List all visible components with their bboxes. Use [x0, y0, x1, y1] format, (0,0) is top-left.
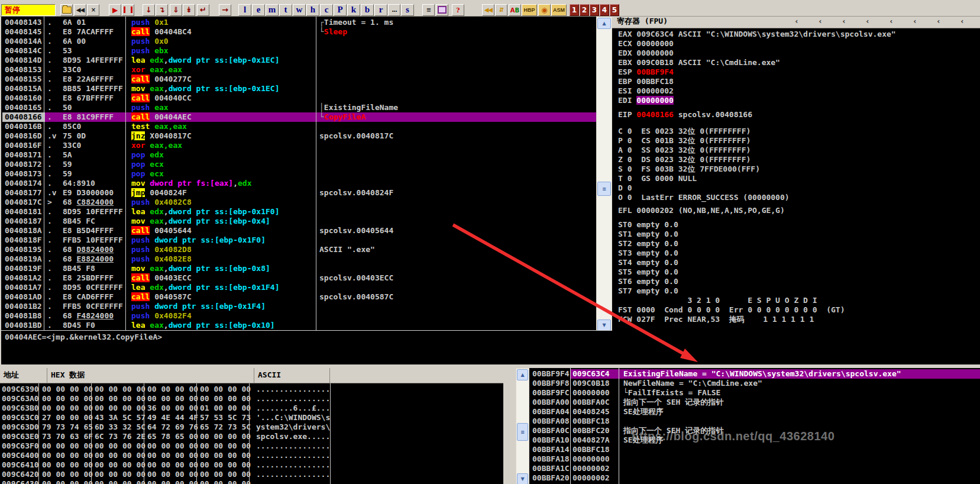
fpu-register-line[interactable]: ST2 empty 0.0: [618, 239, 678, 249]
desktop-2-button[interactable]: 2: [580, 4, 589, 16]
desktop-1-button[interactable]: 1: [570, 4, 579, 16]
animate-over-button[interactable]: ↡: [183, 4, 195, 16]
stack-row[interactable]: 00BBF9FC00000000└FailIfExists = FALSE: [529, 388, 980, 398]
chevron-left-icon[interactable]: ‹: [913, 17, 917, 26]
windows-button[interactable]: w: [293, 4, 306, 16]
execute-till-return-button[interactable]: ↵: [197, 4, 209, 16]
step-over-button[interactable]: ↴: [156, 4, 168, 16]
chevron-left-icon[interactable]: ‹: [960, 17, 965, 26]
flag-line[interactable]: A 0 SS 0023 32位 0(FFFFFFFF): [618, 146, 751, 155]
desktop-3-button[interactable]: 3: [590, 4, 599, 16]
disasm-row[interactable]: 004081A7.8D95 0CFEFFFFlea edx,dword ptr …: [2, 283, 596, 292]
disasm-row[interactable]: 0040816B.85C0test eax,eax: [2, 122, 596, 131]
scroll-thumb[interactable]: ≡: [597, 182, 611, 196]
flag-line[interactable]: P 0 CS 001B 32位 0(FFFFFFFF): [618, 136, 751, 146]
disasm-row[interactable]: 0040816D.v75 0Djnz X0040817Cspcolsv.0040…: [2, 131, 596, 141]
chevron-left-icon[interactable]: ‹: [794, 17, 799, 26]
fpu-register-line[interactable]: ST1 empty 0.0: [618, 230, 678, 239]
chevron-left-icon[interactable]: ‹: [818, 17, 823, 26]
fpu-register-line[interactable]: ST0 empty 0.0: [618, 220, 678, 230]
disasm-row[interactable]: 0040819F.8B45 F8mov eax,dword ptr ss:[eb…: [2, 264, 596, 273]
hexdump-row[interactable]: 009C642000 00 00 0000 00 00 0000 00 00 0…: [0, 470, 503, 479]
scroll-thumb[interactable]: ≡: [517, 423, 528, 441]
disasm-row[interactable]: 00408181.8D95 10FEFFFFlea edx,dword ptr …: [2, 207, 596, 217]
fpu-register-line[interactable]: ST4 empty 0.0: [618, 258, 678, 267]
highlight-ab-button[interactable]: AB: [509, 4, 521, 16]
stack-row[interactable]: 00BBFA0800BBFC18: [529, 417, 980, 426]
disasm-scrollbar[interactable]: ▲ ≡ ▼: [596, 17, 612, 330]
asm-button[interactable]: ASM: [551, 4, 567, 16]
hexdump-row[interactable]: 009C643000 00 00 0000 00 00 0000 00 00 0…: [0, 479, 503, 484]
scroll-down-button[interactable]: ▼: [517, 473, 528, 484]
disasm-row[interactable]: 0040814D.8D95 14FEFFFFlea edx,dword ptr …: [2, 56, 596, 65]
disasm-row[interactable]: 00408172.59pop ecx: [2, 160, 596, 169]
run-button[interactable]: ▶: [109, 4, 121, 16]
hexdump-row[interactable]: 009C63E073 70 63 6F6C 73 76 2E65 78 65 0…: [0, 432, 503, 441]
disasm-row[interactable]: 0040818F.FFB5 10FEFFFFpush dword ptr ss:…: [2, 235, 596, 245]
register-row[interactable]: ESI 00000002: [618, 86, 674, 96]
call-stack-button[interactable]: k: [347, 4, 360, 16]
disasm-row[interactable]: 00408173.59pop ecx: [2, 169, 596, 179]
hbp-button[interactable]: HBP: [522, 4, 537, 16]
pause-button[interactable]: [122, 4, 134, 16]
hexdump-row[interactable]: 009C63D079 73 74 656D 33 32 5C64 72 69 7…: [0, 422, 503, 432]
fpu-register-line[interactable]: ST6 empty 0.0: [618, 277, 678, 286]
disasm-row[interactable]: 00408145.E8 7ACAFFFFcall 00404BC4└Sleep: [2, 27, 596, 37]
handles-button[interactable]: h: [306, 4, 319, 16]
hex-column-header[interactable]: HEX 数据: [47, 368, 254, 383]
register-row[interactable]: EBP 00BBFC18: [618, 77, 674, 86]
disasm-row[interactable]: 00408165.50push eax│ExistingFileName: [2, 103, 596, 112]
open-file-button[interactable]: [60, 4, 73, 16]
source-button[interactable]: s: [401, 4, 414, 16]
registers-header[interactable]: 寄存器 (FPU) ‹‹‹‹‹‹‹‹: [612, 17, 980, 28]
chevron-left-icon[interactable]: ‹: [842, 17, 846, 26]
chevron-left-icon[interactable]: ‹: [936, 17, 941, 26]
fpu-bits-header[interactable]: 3 2 1 0 E S P U O Z D I: [618, 296, 817, 305]
register-row[interactable]: EDX 00000000: [618, 49, 674, 58]
fcw-line[interactable]: FCW 027F Prec NEAR,53 掩码 1 1 1 1 1 1: [618, 315, 814, 324]
cpu-window-button[interactable]: c: [320, 4, 333, 16]
stack-scrollbar[interactable]: ▲ ≡ ▼: [516, 368, 529, 484]
disasm-row[interactable]: 0040818A.E8 B5D4FFFFcall 00405644spcolsv…: [2, 226, 596, 235]
disasm-row[interactable]: 00408153.33C0xor eax,eax: [2, 65, 596, 75]
flag-line[interactable]: O 0 LastErr ERROR_SUCCESS (00000000): [618, 193, 790, 202]
stack-row[interactable]: 00BBFA1800000000: [529, 454, 980, 464]
stack-row[interactable]: 00BBFA1C00000002: [529, 464, 980, 473]
executables-button[interactable]: e: [252, 4, 265, 16]
scroll-up-button[interactable]: ▲: [597, 18, 611, 29]
fpu-register-line[interactable]: ST3 empty 0.0: [618, 249, 678, 258]
flag-line[interactable]: T 0 GS 0000 NULL: [618, 174, 697, 183]
hexdump-row[interactable]: 009C63C027 00 00 0043 3A 5C 5749 4E 44 4…: [0, 413, 503, 422]
fst-line[interactable]: FST 0000 Cond 0 0 0 0 Err 0 0 0 0 0 0 0 …: [618, 305, 845, 315]
animate-into-button[interactable]: ⇓: [170, 4, 182, 16]
ascii-column-header[interactable]: ASCII: [254, 368, 330, 383]
fpu-register-line[interactable]: ST7 empty 0.0: [618, 286, 678, 296]
hexdump-row[interactable]: 009C63A000 00 00 0000 00 00 0000 00 00 0…: [0, 394, 503, 404]
disasm-row[interactable]: 0040816F.33C0xor eax,eax: [2, 141, 596, 150]
threads-button[interactable]: t: [279, 4, 292, 16]
fpu-register-line[interactable]: ST5 empty 0.0: [618, 267, 678, 277]
scroll-down-button[interactable]: ▼: [597, 320, 611, 331]
disasm-row[interactable]: 0040814A.6A 00push 0x0: [2, 37, 596, 46]
hexdump-row[interactable]: 009C641000 00 00 0000 00 00 0000 00 00 0…: [0, 460, 503, 470]
hexdump-row[interactable]: 009C640000 00 00 0000 00 00 0000 00 00 0…: [0, 451, 503, 460]
run-trace-button[interactable]: ...: [388, 4, 400, 16]
hexdump-row[interactable]: 009C639000 00 00 0000 00 00 0000 00 00 0…: [0, 385, 503, 394]
log-window-button[interactable]: l: [238, 4, 251, 16]
references-button[interactable]: r: [374, 4, 387, 16]
disasm-row[interactable]: 00408195.68 D8824000push 0x4082D8ASCII "…: [2, 245, 596, 254]
disasm-row[interactable]: 00408171.5Apop edx: [2, 150, 596, 160]
options-button[interactable]: [436, 4, 448, 16]
stack-row[interactable]: 00BBFA0400408245SE处理程序: [529, 407, 980, 417]
memory-map-button[interactable]: m: [266, 4, 279, 16]
go-to-address-button[interactable]: →: [219, 4, 231, 16]
register-row[interactable]: EDI 00000000: [618, 96, 674, 105]
disasm-row[interactable]: 0040815A.8B85 14FEFFFFmov eax,dword ptr …: [2, 84, 596, 93]
address-column-header[interactable]: 地址: [0, 368, 47, 383]
step-into-button[interactable]: ↓: [143, 4, 155, 16]
register-row[interactable]: EBX 009C0B18 ASCII "C:\CmdLine.exe": [618, 58, 780, 67]
disasm-row[interactable]: 004081A2.E8 25BDFFFFcall 00403ECCspcolsv…: [2, 273, 596, 283]
stack-row[interactable]: 00BBFA1400BBFC18: [529, 445, 980, 454]
disasm-row[interactable]: 0040814C.53push ebx: [2, 46, 596, 56]
patches-button[interactable]: P: [334, 4, 347, 16]
